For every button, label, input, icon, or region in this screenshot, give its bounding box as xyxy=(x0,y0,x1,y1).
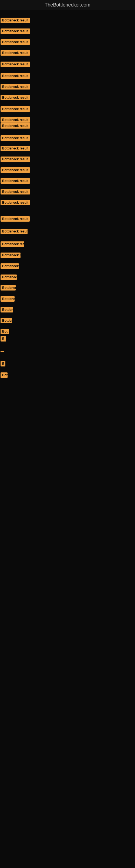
bottleneck-item: Bottleneck result xyxy=(1,156,30,163)
bottleneck-item: Bottleneck result xyxy=(1,95,30,101)
bottleneck-item: Bottleneck result xyxy=(1,50,30,57)
bottleneck-badge: Bottleneck result xyxy=(1,95,30,100)
bottleneck-badge: Bottleneck result xyxy=(1,84,30,90)
bottleneck-badge: Bottleneck re xyxy=(1,296,14,302)
bottleneck-item: Bottleneck xyxy=(1,318,12,324)
bottleneck-badge: Bottleneck xyxy=(1,318,12,323)
bottleneck-badge: Bottleneck result xyxy=(1,106,30,112)
bottleneck-badge: Bottleneck result xyxy=(1,216,30,222)
bottleneck-item: Bottleneck result xyxy=(1,229,28,235)
bottleneck-badge: Bottleneck result xyxy=(1,178,30,184)
bottleneck-item: Bottleneck result xyxy=(1,146,30,152)
bottleneck-badge: Bottleneck result xyxy=(1,167,30,173)
bottleneck-item: Bottleneck result xyxy=(1,62,30,68)
bottleneck-badge: Bottleneck result xyxy=(1,146,30,151)
bottleneck-badge: Bottleneck result xyxy=(1,62,30,67)
bottleneck-item xyxy=(1,348,4,353)
bottleneck-badge: Bott xyxy=(1,372,8,378)
bottleneck-item: B xyxy=(1,361,5,368)
bottleneck-item: Bot xyxy=(1,329,9,335)
bottleneck-badge: Bottleneck result xyxy=(1,39,30,45)
bottleneck-item: Bottleneck result xyxy=(1,135,30,142)
site-title-text: TheBottlenecker.com xyxy=(45,2,90,8)
bottleneck-badge: Bottleneck result xyxy=(1,29,30,34)
bottleneck-item: Bottleneck result xyxy=(1,84,30,91)
bottleneck-item: Bottlene xyxy=(1,307,13,314)
bottleneck-badge: Bottleneck result xyxy=(1,135,30,141)
bottleneck-item: Bottleneck r xyxy=(1,252,20,259)
bottleneck-badge: Bottleneck result xyxy=(1,156,30,162)
bottleneck-badge: Bottleneck r xyxy=(1,252,20,258)
bottleneck-badge: B xyxy=(1,336,6,341)
bottleneck-item: Bottleneck result xyxy=(1,216,30,223)
bottleneck-item: Bottleneck result xyxy=(1,189,30,195)
bottleneck-badge: Bottleneck result xyxy=(1,123,30,129)
bottleneck-item: Bottleneck result xyxy=(1,39,30,46)
bottleneck-badge: Bottleneck n xyxy=(1,275,17,280)
bottleneck-badge: Bot xyxy=(1,329,9,334)
site-title: TheBottlenecker.com xyxy=(0,0,135,10)
bottleneck-item: Bott xyxy=(1,372,8,379)
bottleneck-item: Bottleneck result xyxy=(1,18,30,24)
bottleneck-badge: B xyxy=(1,361,5,367)
bottleneck-badge: Bottleneck xyxy=(1,285,16,290)
bottleneck-item: Bottleneck xyxy=(1,285,16,291)
bottleneck-item: Bottleneck re xyxy=(1,296,14,303)
bottleneck-badge: Bottleneck result xyxy=(1,241,24,247)
bottleneck-item: Bottleneck result xyxy=(1,117,30,124)
bottleneck-item: Bottleneck result xyxy=(1,73,30,80)
bottleneck-item: Bottleneck result xyxy=(1,241,24,248)
bottleneck-badge: Bottleneck result xyxy=(1,73,30,79)
bottleneck-item: Bottleneck xyxy=(1,264,19,270)
bottleneck-badge: Bottleneck result xyxy=(1,50,30,56)
bottleneck-item: Bottleneck result xyxy=(1,29,30,35)
bottleneck-badge: Bottleneck xyxy=(1,264,19,269)
bottleneck-badge: Bottleneck result xyxy=(1,18,30,23)
bottleneck-badge: Bottleneck result xyxy=(1,189,30,194)
bottleneck-badge: Bottleneck result xyxy=(1,229,28,234)
bottleneck-badge: Bottleneck result xyxy=(1,117,30,123)
bottleneck-item: B xyxy=(1,336,6,343)
bottleneck-item: Bottleneck n xyxy=(1,275,17,281)
bottleneck-item: Bottleneck result xyxy=(1,106,30,113)
bottleneck-item: Bottleneck result xyxy=(1,178,30,185)
bottleneck-item: Bottleneck result xyxy=(1,123,30,130)
bottleneck-badge xyxy=(1,351,4,352)
bottleneck-item: Bottleneck result xyxy=(1,200,30,207)
bottleneck-badge: Bottlene xyxy=(1,307,13,312)
bottleneck-item: Bottleneck result xyxy=(1,167,30,174)
bottleneck-badge: Bottleneck result xyxy=(1,200,30,205)
